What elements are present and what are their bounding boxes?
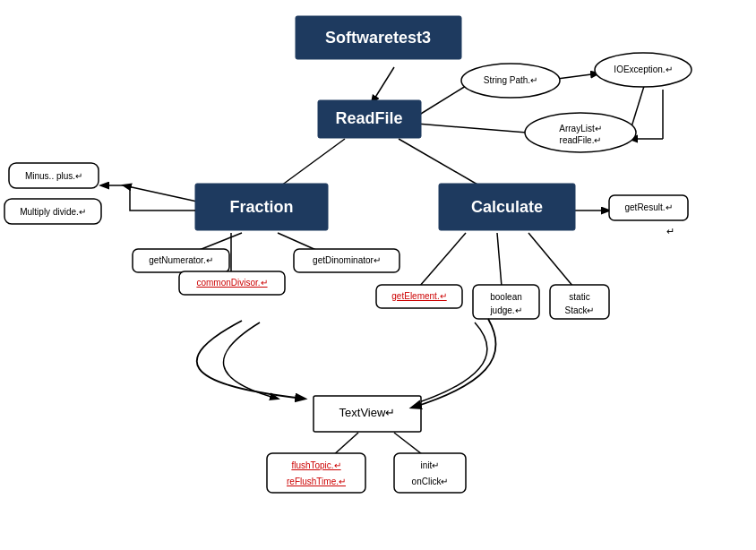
string-path-node: String Path.↵ xyxy=(461,64,560,98)
get-numerator-node: getNumerator.↵ xyxy=(133,249,229,272)
line-fraction-getnumerator xyxy=(197,233,242,251)
readfile-label: ReadFile xyxy=(335,109,402,127)
get-result-node: getResult.↵ xyxy=(609,195,688,220)
line-calc-getelement xyxy=(419,233,466,287)
init-label: init↵ xyxy=(421,460,440,470)
arraylist-readfile-label2: readFile.↵ xyxy=(560,135,602,145)
line-readfile-calculate xyxy=(399,139,484,188)
get-result-label: getResult.↵ xyxy=(624,202,672,212)
reflush-time-label: reFlushTime.↵ xyxy=(287,477,346,486)
line-readfile-fraction xyxy=(278,139,345,188)
ioexception-label: IOException.↵ xyxy=(614,64,672,74)
stack-label: Stack↵ xyxy=(564,305,594,315)
softwaretest3-node: Softwaretest3 xyxy=(296,16,461,59)
svg-rect-18 xyxy=(394,453,466,493)
line-readfile-arraylist xyxy=(417,124,527,133)
line-readfile-stringpath xyxy=(417,86,466,116)
left-arc xyxy=(197,321,305,399)
common-divisor-node: commonDivisor.↵ xyxy=(179,271,285,295)
line-calc-boolean xyxy=(497,233,502,287)
boolean-judge-node: boolean judge.↵ xyxy=(473,285,539,319)
minus-plus-node: Minus.. plus.↵ xyxy=(9,163,99,188)
readfile-node: ReadFile xyxy=(318,100,421,138)
softwaretest3-label: Softwaretest3 xyxy=(325,29,431,47)
minus-plus-label: Minus.. plus.↵ xyxy=(25,171,82,181)
textview-node: TextView↵ xyxy=(314,396,421,432)
flush-topic-node: flushTopic.↵ reFlushTime.↵ xyxy=(267,453,365,493)
line-fraction-minus xyxy=(124,185,197,202)
diagram-svg: Softwaretest3 ReadFile Fraction Calculat… xyxy=(0,0,756,550)
ioexception-node: IOException.↵ xyxy=(595,53,692,87)
multiply-divide-label: Multiply divide.↵ xyxy=(20,207,86,217)
common-divisor-label: commonDivisor.↵ xyxy=(196,278,267,288)
onclick-label: onClick↵ xyxy=(412,477,449,486)
svg-rect-17 xyxy=(267,453,365,493)
boolean-label: boolean xyxy=(490,292,522,302)
get-dinominator-label: getDinominator↵ xyxy=(313,255,381,265)
arraylist-readfile-label: ArrayList↵ xyxy=(559,124,601,133)
fraction-label: Fraction xyxy=(229,198,293,216)
arraylist-readfile-node: ArrayList↵ readFile.↵ xyxy=(525,113,636,152)
line-stringpath-ioexception xyxy=(557,73,598,79)
static-stack-node: static Stack↵ xyxy=(550,285,609,319)
get-element-label: getElement.↵ xyxy=(391,291,446,301)
textview-label: TextView↵ xyxy=(339,406,396,419)
multiply-divide-node: Multiply divide.↵ xyxy=(4,199,101,224)
return-symbol: ↵ xyxy=(666,226,674,236)
line-fraction-getdinominator xyxy=(278,233,318,251)
static-label: static xyxy=(569,292,589,302)
judge-label: judge.↵ xyxy=(489,305,521,315)
diagram-container: Softwaretest3 ReadFile Fraction Calculat… xyxy=(0,0,756,550)
get-dinominator-node: getDinominator↵ xyxy=(294,249,399,272)
line-sw3-readfile xyxy=(372,67,394,103)
init-onclick-node: init↵ onClick↵ xyxy=(394,453,466,493)
get-numerator-label: getNumerator.↵ xyxy=(149,255,212,265)
calculate-node: Calculate xyxy=(439,184,575,230)
calculate-label: Calculate xyxy=(471,198,543,216)
get-element-node: getElement.↵ xyxy=(376,285,462,308)
line-calc-staticstack xyxy=(528,233,573,287)
fraction-node: Fraction xyxy=(195,184,328,230)
flush-topic-label: flushTopic.↵ xyxy=(291,460,340,470)
curve-fraction-textview xyxy=(224,322,279,399)
string-path-label: String Path.↵ xyxy=(484,75,537,85)
